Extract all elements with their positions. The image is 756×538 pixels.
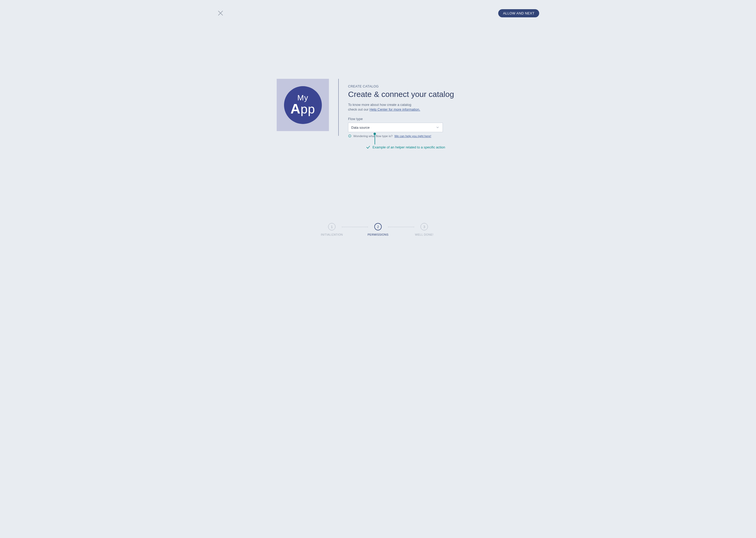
logo-text-line1: My bbox=[298, 94, 308, 102]
step-3-label: WELL DONE! bbox=[415, 233, 433, 236]
section-eyebrow: CREATE CATALOG bbox=[348, 84, 505, 88]
flow-type-label: Flow type bbox=[348, 117, 505, 121]
wizard-stepper: 1 INITIALIZATION 2 PERMISSIONS 3 WELL DO… bbox=[311, 223, 445, 236]
page-title: Create & connect your catalog bbox=[348, 90, 505, 99]
step-2-label: PERMISSIONS bbox=[367, 233, 389, 236]
chevron-down-icon bbox=[436, 126, 440, 129]
helper-pointer-line bbox=[375, 134, 375, 144]
info-icon bbox=[348, 134, 352, 138]
step-1[interactable]: 1 INITIALIZATION bbox=[311, 223, 352, 236]
flow-type-value: Data source bbox=[351, 126, 370, 130]
vertical-divider bbox=[338, 79, 339, 136]
allow-and-next-button[interactable]: ALLOW AND NEXT bbox=[498, 9, 539, 17]
step-3-number: 3 bbox=[420, 223, 428, 230]
logo-text-line2: App bbox=[291, 102, 315, 116]
svg-point-4 bbox=[350, 135, 350, 135]
step-1-number: 1 bbox=[328, 223, 336, 230]
app-logo-panel: My App bbox=[277, 79, 329, 131]
step-2[interactable]: 2 PERMISSIONS bbox=[357, 223, 399, 236]
flow-type-select[interactable]: Data source bbox=[348, 123, 443, 132]
page-description: To know more about how create a catalog … bbox=[348, 102, 505, 112]
app-logo: My App bbox=[284, 86, 322, 124]
step-1-label: INITIALIZATION bbox=[321, 233, 343, 236]
help-center-link[interactable]: Help Center for more information. bbox=[370, 107, 420, 111]
flow-type-hint-link[interactable]: We can help you right here! bbox=[394, 134, 431, 138]
check-icon bbox=[366, 145, 370, 149]
step-3[interactable]: 3 WELL DONE! bbox=[404, 223, 445, 236]
close-icon[interactable] bbox=[217, 10, 224, 16]
flow-type-hint: Wondering what flow type is? We can help… bbox=[348, 134, 505, 138]
step-2-number: 2 bbox=[374, 223, 382, 230]
helper-caption: Example of an helper related to a specif… bbox=[366, 145, 445, 149]
